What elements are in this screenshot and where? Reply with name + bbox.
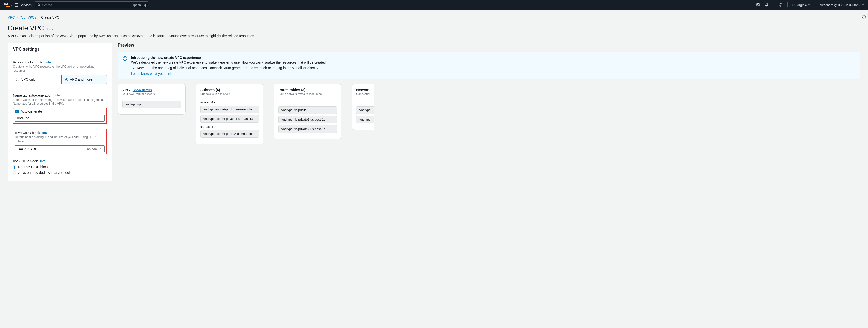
radio-on-icon xyxy=(65,78,68,81)
diagram-vpc-col: VPCShow details Your AWS virtual network… xyxy=(118,84,186,115)
resources-label: Resources to create xyxy=(13,60,43,64)
caret-down-icon xyxy=(862,4,864,6)
resource-diagram: VPCShow details Your AWS virtual network… xyxy=(118,84,860,144)
ipv4-info[interactable]: Info xyxy=(42,131,48,135)
page-title-info[interactable]: Info xyxy=(47,27,53,31)
search-icon xyxy=(37,3,41,6)
info-banner: Introducing the new create VPC experienc… xyxy=(118,52,860,79)
svg-line-2 xyxy=(39,5,40,6)
ipv4-hint: Determine the starting IP and the size o… xyxy=(15,135,104,143)
breadcrumb: VPC › Your VPCs › Create VPC xyxy=(8,16,860,19)
help-icon[interactable] xyxy=(779,3,782,7)
chevron-right-icon: › xyxy=(38,16,39,19)
name-tag-highlight: Auto-generate xyxy=(13,108,107,124)
breadcrumb-current: Create VPC xyxy=(41,16,59,19)
vpc-settings-panel: VPC settings Resources to create Info Cr… xyxy=(8,42,112,181)
subnet-chip[interactable]: vnd-vpc-subnet-public1-us-east-1a xyxy=(200,106,259,113)
radio-on-icon xyxy=(13,165,16,169)
rtb-chip[interactable]: vnd-vpc-rtb-public xyxy=(278,106,337,114)
name-tag-label: Name tag auto-generation xyxy=(13,93,52,97)
vpc-resource-chip[interactable]: vnd-vpc-vpc xyxy=(122,100,181,108)
preview-title: Preview xyxy=(118,42,860,48)
radio-aws-ipv6[interactable]: Amazon-provided IPv6 CIDR block xyxy=(13,171,107,175)
settings-panel-title: VPC settings xyxy=(8,43,112,56)
cloudshell-icon[interactable] xyxy=(756,3,760,7)
ipv6-info[interactable]: Info xyxy=(40,159,45,163)
network-chip[interactable]: vnd-vpc- xyxy=(356,116,374,123)
breadcrumb-your-vpcs[interactable]: Your VPCs xyxy=(20,16,36,19)
ipv4-cidr-section: IPv4 CIDR block Info Determine the start… xyxy=(13,129,107,154)
region-selector[interactable]: N. Virginia xyxy=(793,3,810,7)
radio-vpc-only[interactable]: VPC only xyxy=(13,75,58,84)
svg-point-12 xyxy=(125,57,125,58)
search-input[interactable] xyxy=(42,3,131,7)
aws-logo[interactable]: aws xyxy=(4,2,12,7)
autogenerate-checkbox[interactable] xyxy=(15,110,19,113)
ipv4-label: IPv4 CIDR block xyxy=(15,131,40,135)
banner-bullet: New: Edit the name tag of individual res… xyxy=(137,66,327,70)
ipv4-ip-count: 65,536 IPs xyxy=(87,147,102,150)
svg-rect-3 xyxy=(756,4,760,6)
banner-feedback-link[interactable]: Let us know what you think. xyxy=(131,72,173,76)
show-details-link[interactable]: Show details xyxy=(133,88,152,92)
svg-point-1 xyxy=(38,4,40,6)
caret-down-icon xyxy=(808,4,810,6)
radio-off-icon xyxy=(16,78,20,81)
radio-no-ipv6[interactable]: No IPv6 CIDR block xyxy=(13,165,107,169)
diagram-network-col: Network Connectior vnd-vpc- vnd-vpc- xyxy=(352,84,374,130)
rtb-chip[interactable]: vnd-vpc-rtb-private2-us-east-1b xyxy=(278,125,337,133)
svg-text:aws: aws xyxy=(4,3,8,5)
az-label: us-east-1a xyxy=(200,100,259,104)
page-description: A VPC is an isolated portion of the AWS … xyxy=(8,34,860,38)
account-menu[interactable]: aleccham @ 0393-2340-8238 xyxy=(820,3,864,7)
banner-body: We've designed the new create VPC experi… xyxy=(131,61,327,64)
nav-right: N. Virginia aleccham @ 0393-2340-8238 xyxy=(756,2,864,7)
network-chip[interactable]: vnd-vpc- xyxy=(356,106,374,114)
chevron-right-icon: › xyxy=(17,16,18,19)
ipv6-cidr-section: IPv6 CIDR block Info No IPv6 CIDR block … xyxy=(13,159,107,175)
search-shortcut: [Option+S] xyxy=(131,3,146,7)
page-body: VPC › Your VPCs › Create VPC Create VPC … xyxy=(0,10,868,187)
name-tag-input[interactable] xyxy=(15,115,104,122)
diagram-rtb-col: Route tables (3) Route network traffic t… xyxy=(274,84,341,139)
global-search[interactable]: [Option+S] xyxy=(35,1,149,8)
banner-title: Introducing the new create VPC experienc… xyxy=(131,56,327,60)
services-button[interactable]: Services xyxy=(15,3,32,7)
page-title: Create VPC xyxy=(8,24,44,32)
subnet-chip[interactable]: vnd-vpc-subnet-public2-us-east-1b xyxy=(200,130,259,138)
resources-info[interactable]: Info xyxy=(45,61,51,64)
radio-off-icon xyxy=(13,171,16,174)
ipv6-label: IPv6 CIDR block xyxy=(13,159,38,163)
side-info-icon[interactable] xyxy=(862,14,866,20)
top-nav: aws Services [Option+S] N. Virginia alec… xyxy=(0,0,868,10)
az-label: us-east-1b xyxy=(200,125,259,129)
name-tag-info[interactable]: Info xyxy=(55,94,60,97)
name-tag-hint: Enter a value for the Name tag. This val… xyxy=(13,98,107,106)
radio-vpc-and-more[interactable]: VPC and more xyxy=(62,75,107,84)
autogenerate-label: Auto-generate xyxy=(21,110,42,113)
name-tag-section: Name tag auto-generation Info Enter a va… xyxy=(13,93,107,124)
services-label: Services xyxy=(20,3,32,7)
subnet-chip[interactable]: vnd-vpc-subnet-private1-us-east-1a xyxy=(200,115,259,123)
svg-point-9 xyxy=(864,16,864,16)
page-title-row: Create VPC Info xyxy=(8,24,860,32)
info-icon xyxy=(122,56,128,76)
notifications-icon[interactable] xyxy=(765,3,769,7)
resources-hint: Create only the VPC resource or the VPC … xyxy=(13,65,107,73)
services-grid-icon xyxy=(15,3,18,6)
rtb-chip[interactable]: vnd-vpc-rtb-private1-us-east-1a xyxy=(278,116,337,123)
diagram-subnets-col: Subnets (4) Subnets within this VPC us-e… xyxy=(196,84,264,144)
resources-to-create-section: Resources to create Info Create only the… xyxy=(13,60,107,84)
breadcrumb-vpc[interactable]: VPC xyxy=(8,16,15,19)
preview-area: Preview Introducing the new create VPC e… xyxy=(118,42,860,144)
